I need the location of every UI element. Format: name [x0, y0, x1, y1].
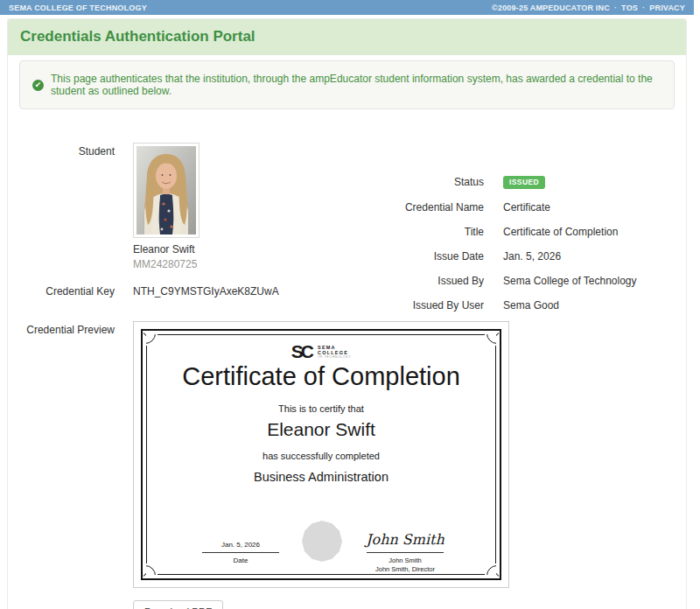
college-logo: SC SEMA COLLEGE OF TECHNOLOGY	[134, 341, 508, 362]
detail-row-title: Title Certificate of Completion	[385, 226, 687, 239]
detail-row-status: Status ISSUED	[385, 176, 687, 190]
program-name: Business Administration	[134, 470, 508, 484]
signer-title: John Smith, Director	[353, 565, 458, 574]
issued-by-user-label: Issued By User	[385, 299, 484, 312]
privacy-link[interactable]: PRIVACY	[649, 4, 685, 12]
spacer	[20, 600, 115, 603]
student-number: MM24280725	[133, 258, 200, 270]
corner-scoop	[146, 564, 158, 575]
tos-link[interactable]: TOS	[621, 4, 638, 12]
signature-block: John Smith John Smith John Smith, Direct…	[353, 529, 458, 574]
date-line	[202, 552, 279, 553]
date-caption: Date	[188, 556, 293, 564]
recipient-name: Eleanor Swift	[134, 419, 508, 440]
student-name: Eleanor Swift	[133, 243, 200, 256]
credential-key-value: NTH_C9YMSTGIyAxeK8ZUwA	[133, 283, 279, 298]
credential-key-label: Credential Key	[20, 283, 115, 298]
date-value: Jan. 5, 2026	[188, 541, 293, 549]
corner-scoop	[485, 564, 496, 575]
credential-preview-label: Credential Preview	[20, 321, 115, 336]
brand-text: SEMA COLLEGE OF TECHNOLOGY	[9, 4, 147, 12]
student-label: Student	[20, 143, 115, 158]
issued-by-value: Sema College of Technology	[503, 275, 637, 287]
student-block: Eleanor Swift MM24280725	[133, 143, 200, 270]
title-label: Title	[385, 226, 484, 238]
credential-name-label: Credential Name	[385, 201, 484, 214]
content-area: Student	[8, 143, 686, 609]
completed-line: has successfully completed	[134, 451, 508, 461]
credential-name-value: Certificate	[503, 201, 550, 214]
credential-preview-row: Credential Preview SC SEMA COLL	[20, 321, 674, 588]
separator-dot: ·	[642, 4, 645, 12]
separator-dot: ·	[614, 4, 617, 12]
page-header-band: Credentials Authentication Portal	[8, 19, 686, 55]
detail-row-issued-by-user: Issued By User Sema Good	[385, 299, 687, 312]
signer-name: John Smith	[353, 556, 458, 565]
signature-line	[367, 552, 444, 553]
detail-row-issue-date: Issue Date Jan. 5, 2026	[385, 250, 687, 263]
issued-by-user-value: Sema Good	[503, 299, 559, 312]
title-value: Certificate of Completion	[503, 226, 618, 238]
logo-line: OF TECHNOLOGY	[318, 355, 351, 359]
main-panel: Credentials Authentication Portal ✔ This…	[7, 18, 687, 609]
page-title: Credentials Authentication Portal	[20, 28, 674, 46]
student-photo-image	[136, 146, 196, 234]
status-label: Status	[385, 176, 484, 188]
certificate-title: Certificate of Completion	[134, 362, 508, 391]
issue-date-label: Issue Date	[385, 250, 484, 262]
check-circle-icon: ✔	[32, 80, 44, 91]
detail-row-issued-by: Issued By Sema College of Technology	[385, 275, 687, 288]
status-badge: ISSUED	[503, 176, 545, 189]
download-row: Download PDF	[20, 600, 674, 609]
certify-line: This is to certify that	[134, 403, 508, 414]
authentication-alert: ✔ This page authenticates that the insti…	[19, 60, 675, 109]
date-block: Jan. 5, 2026 Date	[188, 541, 293, 564]
copyright-text: ©2009-25 AMPEDUCATOR INC	[492, 4, 610, 12]
certificate-preview: SC SEMA COLLEGE OF TECHNOLOGY Certificat…	[133, 321, 509, 588]
credential-details: Status ISSUED Credential Name Certificat…	[385, 176, 687, 324]
issued-by-label: Issued By	[385, 275, 484, 287]
download-pdf-button[interactable]: Download PDF	[133, 600, 223, 609]
logo-wordmark: SEMA COLLEGE OF TECHNOLOGY	[318, 345, 351, 360]
sc-logo-mark: SC	[291, 341, 314, 362]
student-photo	[133, 143, 200, 238]
detail-row-credential-name: Credential Name Certificate	[385, 201, 687, 214]
alert-text: This page authenticates that the institu…	[51, 73, 662, 97]
signature-script: John Smith	[353, 529, 458, 550]
issue-date-value: Jan. 5, 2026	[503, 250, 561, 262]
top-bar: SEMA COLLEGE OF TECHNOLOGY ©2009-25 AMPE…	[0, 0, 694, 15]
